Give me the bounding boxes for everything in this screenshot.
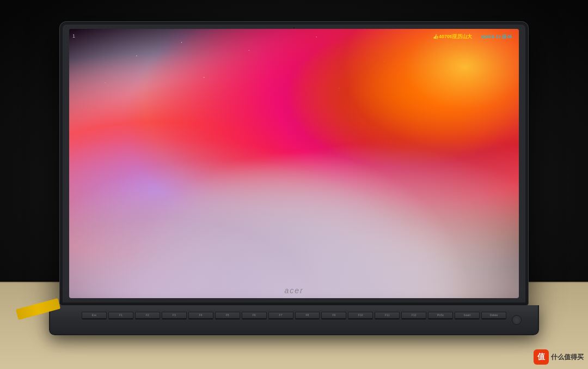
key-f3[interactable]: F3 xyxy=(162,312,187,319)
watermark-icon-text: 值 xyxy=(537,352,545,362)
key-esc[interactable]: Esc xyxy=(82,312,107,319)
acer-logo: acer xyxy=(284,286,303,295)
keyboard-area: Esc F1 F2 F3 F4 F5 F6 F7 F8 F9 F10 F11 F… xyxy=(82,310,506,330)
screen-number: 1 xyxy=(72,33,75,39)
key-f1[interactable]: F1 xyxy=(108,312,133,319)
laptop-base: Esc F1 F2 F3 F4 F5 F6 F7 F8 F9 F10 F11 F… xyxy=(49,305,539,335)
watermark-icon: 值 xyxy=(534,349,549,365)
key-f9[interactable]: F9 xyxy=(321,312,346,319)
overlay-tag2: xperia 1v 摄ok xyxy=(481,33,512,40)
screen-display: 1 👍4070ti亚历山大 xperia 1v 摄ok xyxy=(69,29,519,298)
watermark: 值 什么值得买 xyxy=(534,349,584,365)
key-f7[interactable]: F7 xyxy=(268,312,293,319)
key-f10[interactable]: F10 xyxy=(348,312,373,319)
key-f6[interactable]: F6 xyxy=(242,312,267,319)
cloud-layer xyxy=(69,110,519,298)
laptop-screen-lid: 1 👍4070ti亚历山大 xperia 1v 摄ok acer xyxy=(60,22,528,305)
screen-bezel: 1 👍4070ti亚历山大 xperia 1v 摄ok xyxy=(69,29,519,298)
key-f5[interactable]: F5 xyxy=(215,312,240,319)
key-insert[interactable]: Insert xyxy=(455,312,480,319)
keyboard-row-1: Esc F1 F2 F3 F4 F5 F6 F7 F8 F9 F10 F11 F… xyxy=(82,312,506,319)
laptop: 1 👍4070ti亚历山大 xperia 1v 摄ok acer Esc F1 … xyxy=(60,22,528,335)
key-f11[interactable]: F11 xyxy=(375,312,400,319)
key-f12[interactable]: F12 xyxy=(401,312,426,319)
key-f8[interactable]: F8 xyxy=(295,312,320,319)
screen-overlay: 👍4070ti亚历山大 xperia 1v 摄ok xyxy=(433,33,512,40)
overlay-tag1: 👍4070ti亚历山大 xyxy=(433,33,473,40)
watermark-label: 什么值得买 xyxy=(551,353,584,362)
key-prtsc[interactable]: PrtSc xyxy=(428,312,453,319)
key-f4[interactable]: F4 xyxy=(188,312,213,319)
key-delete[interactable]: Delete xyxy=(481,312,506,319)
fingerprint-sensor[interactable] xyxy=(512,315,522,325)
key-f2[interactable]: F2 xyxy=(135,312,160,319)
